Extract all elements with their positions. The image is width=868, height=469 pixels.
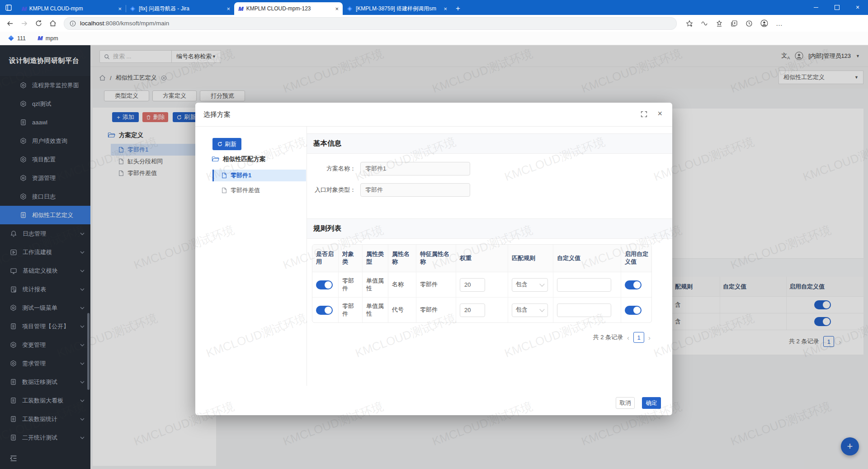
- attr-name-cell: 名称: [388, 272, 416, 297]
- custom-enabled-cell: [621, 298, 652, 322]
- app-window: 设计制造协同研制平台 流程异常监控界面qzl测试aaawl用户绩效查询项目配置资…: [0, 45, 868, 469]
- restore-icon[interactable]: [826, 0, 847, 14]
- profile-avatar-icon[interactable]: [760, 19, 768, 27]
- weight-cell: 20: [456, 272, 508, 297]
- attr-type-cell: 单值属性: [362, 272, 388, 297]
- window-close-icon[interactable]: ×: [847, 0, 868, 14]
- browser-tab-2[interactable]: MKMPLM CLOUD-mpm-123×: [234, 2, 343, 15]
- custom-enabled-toggle[interactable]: [625, 280, 642, 289]
- bookmarks-bar: 111 M mpm: [0, 32, 868, 45]
- tab-close-icon[interactable]: ×: [335, 5, 339, 12]
- rule-col-header-6: 匹配规则: [508, 245, 553, 272]
- dialog-tree-item-part-diff[interactable]: 零部件差值: [212, 185, 306, 196]
- screen: MKMPLM CLOUD-mpm×[fix] 问题导航器 - Jira×MKMP…: [0, 0, 868, 469]
- field-entry-object-type: 入口对象类型： 零部件: [307, 183, 470, 197]
- refresh-icon: [217, 142, 222, 147]
- km-logo-icon: M: [238, 5, 243, 12]
- tab-close-icon[interactable]: ×: [118, 5, 122, 12]
- url-host: localhost: [80, 20, 104, 27]
- collections-icon[interactable]: [731, 20, 738, 27]
- section-rule-list: 规则列表: [307, 218, 672, 239]
- field-scheme-name: 方案名称： 零部件1: [307, 162, 470, 175]
- rule-table-pagination: 共 2 条记录 ‹ 1 ›: [593, 332, 651, 343]
- enabled-toggle[interactable]: [316, 280, 333, 289]
- bookmark-label: mpm: [46, 35, 58, 42]
- rule-col-header-5: 权重: [456, 245, 508, 272]
- tab-title: KMPLM CLOUD-mpm: [29, 5, 116, 12]
- km-logo-icon: M: [21, 5, 26, 12]
- rule-col-header-2: 属性类型: [362, 245, 388, 272]
- minimize-icon[interactable]: [806, 0, 826, 14]
- weight-cell: 20: [456, 298, 508, 322]
- feature-attr-name-cell: 零部件: [416, 272, 456, 297]
- object-class-cell: 零部件: [338, 298, 362, 322]
- address-bar[interactable]: localhost:8080/kmsoft/mpm/main: [64, 17, 677, 30]
- bookmark-111[interactable]: 111: [8, 35, 26, 42]
- enabled-toggle[interactable]: [316, 306, 333, 315]
- url-text: localhost:8080/kmsoft/mpm/main: [80, 20, 169, 27]
- forward-icon[interactable]: [21, 20, 28, 27]
- dialog-footer: 取消 确定: [195, 386, 672, 415]
- match-rule-value: 包含: [516, 306, 528, 314]
- favorites-add-star-icon[interactable]: [686, 20, 693, 27]
- custom-value-input[interactable]: [557, 278, 611, 292]
- tab-close-icon[interactable]: ×: [443, 5, 447, 12]
- km-logo-icon: M: [38, 35, 42, 42]
- dialog-header: 选择方案 ×: [195, 103, 672, 127]
- settings-more-icon[interactable]: …: [776, 19, 783, 27]
- reload-icon[interactable]: [35, 20, 42, 27]
- fullscreen-icon[interactable]: [641, 111, 647, 118]
- close-icon[interactable]: ×: [657, 109, 662, 118]
- url-path: :8080/kmsoft/mpm/main: [104, 20, 169, 27]
- new-tab-button[interactable]: +: [451, 2, 465, 15]
- dialog-tree-item-part1[interactable]: 零部件1: [212, 170, 306, 181]
- custom-enabled-toggle[interactable]: [625, 306, 642, 315]
- browser-essentials-icon[interactable]: [701, 20, 708, 27]
- favorites-bar-icon[interactable]: [716, 20, 723, 27]
- weight-input[interactable]: 20: [460, 278, 485, 292]
- site-info-icon[interactable]: [70, 20, 76, 27]
- history-icon[interactable]: [745, 20, 753, 27]
- chevron-down-icon: [539, 307, 544, 312]
- match-rule-select[interactable]: 包含: [512, 278, 548, 292]
- feature-attr-name-cell: 零部件: [416, 298, 456, 322]
- browser-tab-1[interactable]: [fix] 问题导航器 - Jira×: [126, 2, 234, 15]
- dialog-detail-panel: 基本信息 方案名称： 零部件1 入口对象类型： 零部件 规则列表 是否启用对象类…: [307, 126, 672, 386]
- dialog-tree-root[interactable]: 相似性匹配方案: [212, 155, 266, 163]
- rule-table: 是否启用对象类属性类型属性名称特征属性名称权重匹配规则自定义值启用自定义值零部件…: [312, 244, 652, 323]
- dialog-refresh-button[interactable]: 刷新: [212, 138, 241, 150]
- back-icon[interactable]: [6, 20, 14, 27]
- browser-navbar: localhost:8080/kmsoft/mpm/main …: [0, 15, 868, 32]
- object-class-cell: 零部件: [338, 272, 362, 297]
- cancel-button[interactable]: 取消: [616, 397, 635, 409]
- next-page-icon[interactable]: ›: [648, 334, 651, 341]
- record-count: 共 2 条记录: [593, 333, 623, 341]
- bookmark-mpm[interactable]: M mpm: [38, 35, 58, 42]
- custom-enabled-cell: [621, 272, 652, 297]
- ok-button[interactable]: 确定: [642, 397, 661, 409]
- jira-icon: [130, 6, 136, 12]
- dialog-body: 刷新 相似性匹配方案 零部件1 零部件差值: [195, 126, 672, 386]
- scheme-name-input[interactable]: 零部件1: [360, 162, 470, 175]
- browser-tab-0[interactable]: MKMPLM CLOUD-mpm×: [17, 2, 126, 15]
- browser-tab-3[interactable]: [KMPLM-38759] 搭建样例调用sm×: [343, 2, 451, 15]
- bookmark-label: 111: [17, 35, 26, 42]
- page-number[interactable]: 1: [633, 332, 644, 343]
- diamond-icon: [8, 35, 14, 41]
- enabled-cell: [312, 272, 338, 297]
- tab-close-icon[interactable]: ×: [226, 5, 230, 12]
- entry-object-type-input[interactable]: 零部件: [360, 183, 470, 197]
- dialog-title: 选择方案: [203, 110, 231, 119]
- tab-actions-icon[interactable]: [0, 0, 17, 15]
- select-scheme-dialog: 选择方案 × 刷新 相似性匹配方案 零部件1: [195, 103, 672, 415]
- custom-value-cell: [553, 272, 621, 297]
- rule-col-header-1: 对象类: [338, 245, 362, 272]
- prev-page-icon[interactable]: ‹: [627, 334, 629, 341]
- match-rule-value: 包含: [516, 281, 528, 289]
- home-icon[interactable]: [49, 20, 57, 27]
- weight-input[interactable]: 20: [460, 303, 485, 317]
- attr-name-cell: 代号: [388, 298, 416, 322]
- file-icon: [222, 172, 227, 179]
- custom-value-input[interactable]: [557, 303, 611, 317]
- match-rule-select[interactable]: 包含: [512, 303, 548, 317]
